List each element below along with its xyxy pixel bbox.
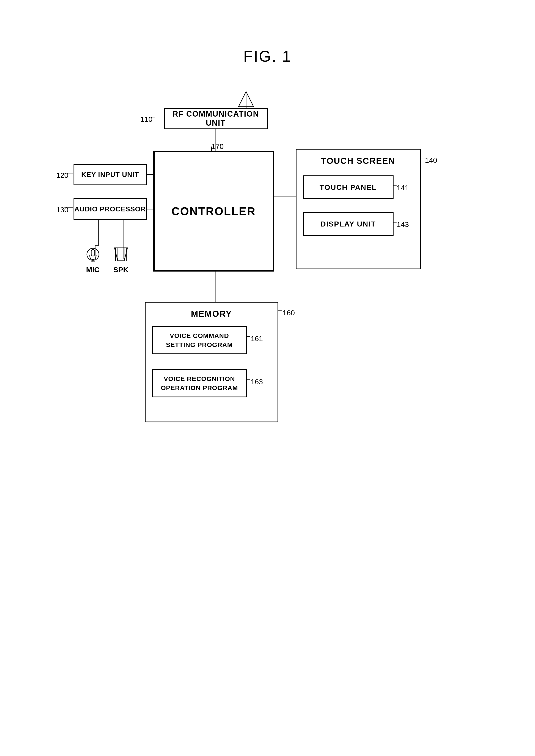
svg-point-16 bbox=[87, 248, 99, 260]
ref-160: 160 bbox=[283, 309, 295, 317]
display-unit-label: DISPLAY UNIT bbox=[321, 220, 376, 228]
controller-box: CONTROLLER bbox=[153, 151, 274, 272]
key-input-label: KEY INPUT UNIT bbox=[81, 171, 139, 179]
ref-141-line bbox=[394, 185, 397, 186]
mic-group: MIC bbox=[84, 246, 101, 274]
audio-processor-box: AUDIO PROCESSOR bbox=[73, 198, 147, 220]
voice-recognition-box: VOICE RECOGNITION OPERATION PROGRAM bbox=[152, 369, 247, 397]
ref-163: 163 bbox=[251, 378, 263, 386]
antenna-icon bbox=[238, 91, 255, 108]
ref-143: 143 bbox=[397, 220, 409, 229]
ref-130: 130 bbox=[56, 205, 69, 214]
ref-161-line bbox=[247, 336, 250, 337]
svg-marker-20 bbox=[115, 248, 127, 261]
controller-label: CONTROLLER bbox=[171, 205, 256, 218]
ref-140: 140 bbox=[425, 156, 437, 164]
key-input-box: KEY INPUT UNIT bbox=[73, 164, 147, 185]
ref-110: 110 bbox=[140, 115, 153, 123]
diagram: RF COMMUNICATION UNIT 110 170 CONTROLLER… bbox=[73, 91, 462, 565]
mic-icon bbox=[84, 246, 101, 263]
ref-130-line bbox=[65, 207, 73, 208]
ref-140-line bbox=[420, 158, 425, 158]
audio-processor-label: AUDIO PROCESSOR bbox=[74, 205, 146, 213]
ref-120-line bbox=[65, 173, 73, 174]
rf-communication-box: RF COMMUNICATION UNIT bbox=[164, 108, 268, 129]
voice-recognition-label: VOICE RECOGNITION OPERATION PROGRAM bbox=[161, 374, 238, 392]
ref-120: 120 bbox=[56, 171, 69, 179]
touch-panel-label: TOUCH PANEL bbox=[320, 183, 377, 192]
memory-box: MEMORY VOICE COMMAND SETTING PROGRAM 161… bbox=[145, 302, 278, 422]
ref-110-line bbox=[149, 117, 155, 118]
spk-icon bbox=[112, 246, 129, 263]
ref-170: 170 bbox=[211, 142, 224, 150]
touch-panel-box: TOUCH PANEL bbox=[303, 176, 394, 199]
touch-screen-label: TOUCH SCREEN bbox=[296, 156, 420, 166]
svg-marker-11 bbox=[239, 92, 254, 107]
display-unit-box: DISPLAY UNIT bbox=[303, 212, 394, 236]
memory-label: MEMORY bbox=[146, 309, 277, 319]
svg-rect-17 bbox=[91, 250, 95, 256]
page-title: FIG. 1 bbox=[243, 47, 292, 65]
voice-command-box: VOICE COMMAND SETTING PROGRAM bbox=[152, 326, 247, 354]
ref-163-line bbox=[247, 379, 250, 380]
spk-group: SPK bbox=[112, 246, 129, 274]
ref-160-line bbox=[278, 310, 282, 311]
ref-143-line bbox=[394, 222, 397, 223]
voice-command-label: VOICE COMMAND SETTING PROGRAM bbox=[166, 331, 233, 349]
spk-label: SPK bbox=[112, 265, 129, 274]
ref-161: 161 bbox=[251, 335, 263, 343]
touch-screen-box: TOUCH SCREEN TOUCH PANEL 141 DISPLAY UNI… bbox=[296, 149, 421, 269]
rf-communication-label: RF COMMUNICATION UNIT bbox=[165, 109, 267, 127]
ref-141: 141 bbox=[397, 184, 409, 192]
mic-label: MIC bbox=[84, 265, 101, 274]
